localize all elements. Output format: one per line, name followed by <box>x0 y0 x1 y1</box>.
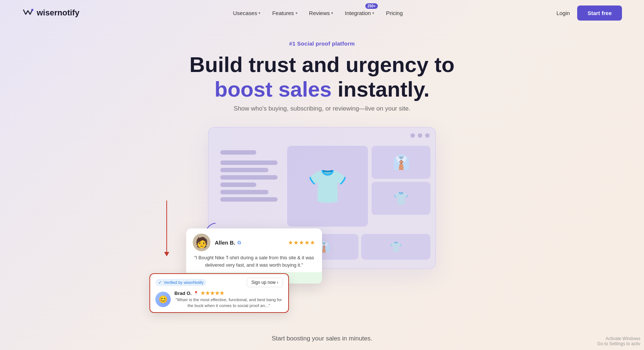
sidebar-content <box>217 146 283 230</box>
mini-card-2: 👕 <box>372 182 430 215</box>
browser-dot <box>410 133 415 138</box>
right-cards: 👔 👕 <box>372 146 430 227</box>
widget-avatar: 😊 <box>155 292 171 307</box>
signup-button[interactable]: Sign up now › <box>247 278 283 287</box>
nav-item-features[interactable]: Features ▾ <box>272 10 297 16</box>
nav-item-pricing[interactable]: Pricing <box>386 10 403 16</box>
review-text: "I Bought Nike T-shirt during a sale fro… <box>193 254 315 268</box>
hero-section: #1 Social proof platform Build trust and… <box>0 26 644 350</box>
hero-subtitle: Show who's buying, subscribing, or revie… <box>7 105 637 112</box>
browser-dot <box>418 133 422 138</box>
brand-name: wisernotify <box>37 8 79 18</box>
location-icon: 📍 <box>193 291 199 296</box>
chevron-down-icon: ▾ <box>331 11 333 15</box>
widget-body: 😊 Brad O. 📍 ★★★★★ "Wiser is the most eff… <box>155 290 283 308</box>
nav-links: Usecases ▾ Features ▾ Reviews ▾ Integrat… <box>233 10 403 16</box>
chevron-down-icon: ▾ <box>296 11 297 15</box>
product-shirt-icon: 👕 <box>307 167 348 206</box>
product-main: 👕 <box>287 146 368 227</box>
integration-badge: 250+ <box>365 3 378 9</box>
login-button[interactable]: Login <box>556 10 570 16</box>
hero-title-line2: instantly. <box>337 77 429 101</box>
widget-stars: ★★★★★ <box>200 290 224 296</box>
notification-widget: ✓ Verified by wiserNotify Sign up now › … <box>149 273 289 313</box>
mini-card-1: 👔 <box>372 146 430 179</box>
hero-title-highlight: boost sales <box>214 77 332 101</box>
nav-item-reviews[interactable]: Reviews ▾ <box>309 10 333 16</box>
start-free-button[interactable]: Start free <box>577 6 622 21</box>
google-icon: G <box>238 240 241 245</box>
browser-mockup: 👕 👔 👕 👕 <box>208 127 436 269</box>
shirt-icon-white: 👔 <box>392 154 410 170</box>
reviewer-info: Allen B. G <box>215 239 283 246</box>
check-icon: ✓ <box>158 280 162 285</box>
svg-point-0 <box>31 9 33 11</box>
hero-bottom-text: Start boosting your sales in minutes. <box>7 269 637 350</box>
navigation: wisernotify Usecases ▾ Features ▾ Review… <box>0 0 644 26</box>
red-arrow <box>164 201 169 256</box>
nav-right: Login Start free <box>556 6 622 21</box>
logo[interactable]: wisernotify <box>22 7 79 19</box>
verified-badge: ✓ Verified by wiserNotify <box>155 279 206 286</box>
widget-header: ✓ Verified by wiserNotify Sign up now › <box>155 278 283 287</box>
nav-item-integration[interactable]: Integration ▾ 250+ <box>345 10 374 16</box>
reviewer-avatar: 🧑 <box>193 234 210 251</box>
chevron-down-icon: ▾ <box>372 11 374 15</box>
reviewer-name: Allen B. G <box>215 239 283 246</box>
hero-title: Build trust and urgency to boost sales i… <box>7 53 637 101</box>
browser-dot <box>425 133 430 138</box>
nav-item-usecases[interactable]: Usecases ▾ <box>233 10 261 16</box>
review-header: 🧑 Allen B. G ★★★★★ <box>193 234 315 251</box>
shirt-icon-sm: 👕 <box>393 191 409 206</box>
hero-tagline: #1 Social proof platform <box>7 40 637 47</box>
widget-user-name: Brad O. 📍 ★★★★★ <box>174 290 283 296</box>
widget-review-text: "Wiser is the most effective, functional… <box>174 297 283 308</box>
logo-icon <box>22 7 34 19</box>
chevron-down-icon: ▾ <box>258 11 260 15</box>
hero-title-line1: Build trust and urgency to <box>189 53 455 76</box>
review-stars: ★★★★★ <box>288 239 315 246</box>
widget-info: Brad O. 📍 ★★★★★ "Wiser is the most effec… <box>174 290 283 308</box>
browser-bar <box>214 133 430 138</box>
bottom-card-3: 👕 <box>361 234 430 260</box>
windows-activation: Activate Windows Go to Settings to activ <box>597 336 640 346</box>
